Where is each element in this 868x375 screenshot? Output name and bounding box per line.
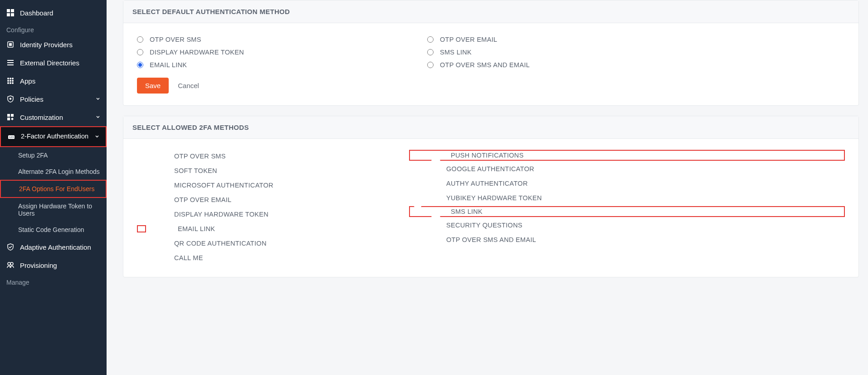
toggle-label: QR CODE AUTHENTICATION	[174, 240, 267, 247]
toggle-label: SOFT TOKEN	[174, 167, 217, 174]
sidebar-item-label: External Directories	[20, 59, 100, 67]
toggle-row-email-link: EMAIL LINK	[137, 222, 391, 236]
toggle-row-sms-link: SMS LINK	[409, 206, 845, 217]
radio-otp-over-sms[interactable]: OTP OVER SMS	[137, 33, 391, 46]
sidebar: Dashboard Configure Identity Providers E…	[0, 0, 107, 375]
sidebar-item-adaptive-auth[interactable]: Adaptive Authentication	[0, 238, 107, 256]
toggle-label: OTP OVER EMAIL	[174, 196, 231, 203]
sidebar-subitem-2fa-options[interactable]: 2FA Options For EndUsers	[1, 181, 106, 197]
main-content: SELECT DEFAULT AUTHENTICATION METHOD OTP…	[107, 0, 868, 375]
save-button[interactable]: Save	[137, 78, 169, 94]
toggle-label: AUTHY AUTHENTICATOR	[446, 180, 528, 187]
sidebar-subitem-setup-2fa[interactable]: Setup 2FA	[0, 147, 107, 163]
chevron-down-icon	[95, 134, 99, 139]
sidebar-item-label: Provisioning	[20, 262, 100, 269]
toggle-label: YUBIKEY HARDWARE TOKEN	[446, 194, 542, 202]
toggle-row-otp-sms-and-email: OTP OVER SMS AND EMAIL	[409, 232, 845, 247]
svg-point-15	[7, 82, 9, 84]
toggle-row-push-notifications: PUSH NOTIFICATIONS	[409, 150, 845, 161]
svg-rect-19	[7, 114, 10, 117]
card-allowed-2fa-methods: SELECT ALLOWED 2FA METHODS OTP OVER SMS …	[123, 116, 859, 277]
svg-rect-21	[7, 118, 10, 120]
svg-rect-6	[7, 60, 14, 61]
apps-icon	[6, 77, 15, 85]
directories-icon	[6, 59, 15, 67]
sidebar-item-provisioning[interactable]: Provisioning	[0, 256, 107, 274]
radio-label: DISPLAY HARDWARE TOKEN	[150, 49, 244, 56]
sidebar-item-external-directories[interactable]: External Directories	[0, 54, 107, 72]
2fa-icon: 123	[7, 133, 15, 141]
toggle-label: GOOGLE AUTHENTICATOR	[446, 165, 534, 173]
svg-rect-7	[7, 62, 14, 63]
provisioning-icon	[6, 261, 15, 269]
sidebar-item-apps[interactable]: Apps	[0, 72, 107, 90]
radio-otp-over-email[interactable]: OTP OVER EMAIL	[427, 33, 845, 46]
svg-point-24	[8, 262, 10, 265]
sidebar-subitem-assign-token[interactable]: Assign Hardware Token to Users	[0, 198, 107, 222]
radio-input[interactable]	[137, 36, 143, 43]
radio-label: OTP OVER SMS AND EMAIL	[440, 61, 530, 69]
svg-point-9	[7, 78, 9, 79]
highlight-email-link	[137, 225, 146, 232]
svg-rect-8	[7, 64, 14, 65]
sidebar-item-label: Policies	[20, 95, 96, 103]
radio-display-hardware-token[interactable]: DISPLAY HARDWARE TOKEN	[137, 46, 391, 59]
radio-input[interactable]	[137, 49, 143, 55]
radio-otp-over-sms-and-email[interactable]: OTP OVER SMS AND EMAIL	[427, 59, 845, 71]
toggle-row-otp-over-email: OTP OVER EMAIL	[137, 192, 391, 207]
toggle-col-left: OTP OVER SMS SOFT TOKEN MICROSOFT AUTHEN…	[137, 149, 391, 265]
radio-input[interactable]	[427, 49, 434, 55]
radio-input[interactable]	[137, 62, 143, 68]
sidebar-item-label: Customization	[20, 113, 96, 121]
svg-point-13	[10, 80, 11, 82]
radio-label: OTP OVER EMAIL	[440, 36, 497, 43]
svg-rect-3	[11, 13, 14, 16]
toggle-label: SECURITY QUESTIONS	[446, 222, 522, 229]
radio-sms-link[interactable]: SMS LINK	[427, 46, 845, 59]
sidebar-item-2fa[interactable]: 123 2-Factor Authentication	[1, 127, 106, 146]
toggle-label: OTP OVER SMS	[174, 153, 226, 160]
svg-point-16	[10, 82, 11, 84]
toggle-col-right: PUSH NOTIFICATIONS GOOGLE AUTHENTICATOR …	[409, 149, 845, 265]
toggle-row-soft-token: SOFT TOKEN	[137, 163, 391, 178]
radio-label: EMAIL LINK	[150, 61, 187, 69]
svg-rect-20	[11, 114, 14, 117]
sidebar-item-dashboard[interactable]: Dashboard	[0, 4, 107, 22]
svg-point-17	[12, 82, 14, 84]
svg-point-14	[12, 80, 14, 82]
sidebar-item-2fa-highlight: 123 2-Factor Authentication	[0, 126, 107, 147]
toggle-label: EMAIL LINK	[178, 225, 215, 232]
toggle-label: DISPLAY HARDWARE TOKEN	[174, 211, 268, 218]
card-default-auth-method: SELECT DEFAULT AUTHENTICATION METHOD OTP…	[123, 0, 859, 106]
sidebar-subitem-alt-login[interactable]: Alternate 2FA Login Methods	[0, 163, 107, 180]
toggle-row-authy: AUTHY AUTHENTICATOR	[409, 176, 845, 191]
sidebar-subitem-options-highlight: 2FA Options For EndUsers	[0, 180, 107, 198]
sidebar-item-customization[interactable]: Customization	[0, 108, 107, 126]
toggle-row-google-authenticator: GOOGLE AUTHENTICATOR	[409, 162, 845, 176]
toggle-label: OTP OVER SMS AND EMAIL	[446, 236, 536, 243]
radio-email-link[interactable]: EMAIL LINK	[137, 59, 391, 71]
svg-rect-0	[7, 9, 10, 12]
svg-rect-2	[7, 13, 10, 16]
sidebar-subitem-static-code[interactable]: Static Code Generation	[0, 222, 107, 238]
sidebar-item-identity-providers[interactable]: Identity Providers	[0, 35, 107, 54]
toggle-row-ms-authenticator: MICROSOFT AUTHENTICATOR	[137, 178, 391, 192]
policies-icon	[6, 95, 15, 103]
chevron-down-icon	[96, 115, 100, 119]
chevron-down-icon	[96, 97, 100, 101]
radio-input[interactable]	[427, 36, 434, 43]
sidebar-item-policies[interactable]: Policies	[0, 90, 107, 108]
toggle-label: MICROSOFT AUTHENTICATOR	[174, 182, 273, 189]
radio-input[interactable]	[427, 62, 434, 68]
idp-icon	[6, 40, 15, 49]
card-header: SELECT ALLOWED 2FA METHODS	[123, 116, 858, 139]
customization-icon	[6, 113, 15, 121]
sidebar-section-manage: Manage	[0, 274, 107, 288]
radio-label: OTP OVER SMS	[150, 36, 201, 43]
svg-point-12	[7, 80, 9, 82]
sidebar-item-label: 2-Factor Authentication	[21, 133, 95, 140]
toggle-row-call-me: CALL ME	[137, 251, 391, 265]
toggle-row-display-hardware-token: DISPLAY HARDWARE TOKEN	[137, 207, 391, 222]
svg-point-11	[12, 78, 14, 79]
cancel-button[interactable]: Cancel	[178, 82, 199, 89]
